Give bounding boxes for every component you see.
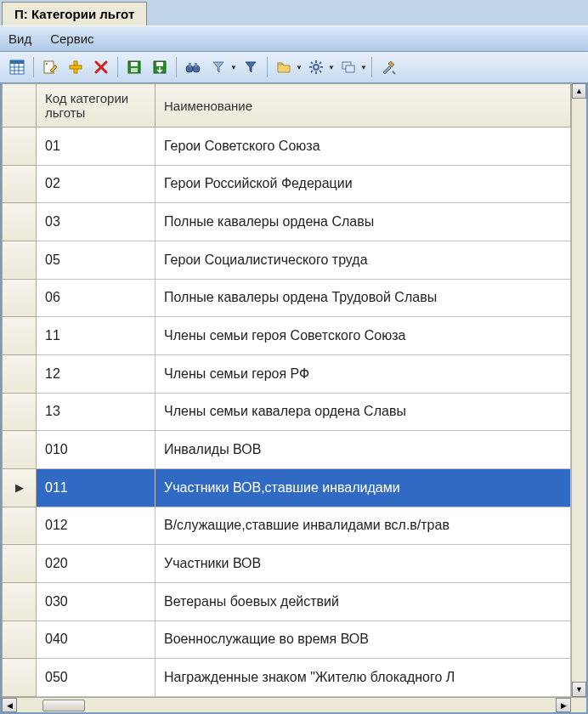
column-header-code[interactable]: Код категории льготы [37,84,155,128]
cell-name[interactable]: Награжденные знаком "Жителю блокадного Л [155,659,571,697]
table-row[interactable]: 012В/служащие,ставшие инвалидами всл.в/т… [3,507,571,545]
row-indicator[interactable] [3,545,37,583]
scroll-track[interactable] [572,99,586,682]
cell-code[interactable]: 011 [37,468,155,507]
scroll-thumb[interactable] [42,700,85,711]
toolbar-delete-button[interactable] [89,55,113,79]
cell-name[interactable]: Члены семьи героя РФ [155,354,571,393]
row-indicator[interactable] [3,317,37,355]
cell-code[interactable]: 012 [37,507,155,545]
row-indicator[interactable] [3,431,37,469]
row-indicator[interactable] [3,354,37,393]
row-indicator[interactable] [3,393,37,431]
svg-rect-30 [346,65,354,72]
toolbar-add-button[interactable] [64,55,88,79]
cell-name[interactable]: Инвалиды ВОВ [155,431,571,469]
svg-rect-11 [131,62,138,66]
data-grid[interactable]: Код категории льготы Наименование 01Геро… [2,83,571,697]
cell-name[interactable]: Члены семьи героя Советского Союза [155,317,571,355]
column-header-name[interactable]: Наименование [155,84,571,128]
row-indicator[interactable]: ▶ [3,468,37,507]
row-indicator[interactable] [3,241,37,279]
save-icon [127,60,142,75]
window-tab[interactable]: П: Категории льгот [2,2,147,26]
cell-name[interactable]: Полные кавалеры ордена Славы [155,203,571,241]
scroll-down-button[interactable]: ▼ [572,682,586,697]
cell-name[interactable]: Герои Советского Союза [155,128,571,166]
table-row[interactable]: 02Герои Российской Федерации [3,165,571,203]
toolbar-windows-button[interactable] [336,55,360,79]
toolbar-filter-clear-button[interactable] [206,55,230,79]
table-row[interactable]: ▶011Участники ВОВ,ставшие инвалидами [3,468,571,507]
cell-code[interactable]: 13 [37,393,155,431]
toolbar-save-button[interactable] [122,55,146,79]
cell-code[interactable]: 03 [37,203,155,241]
cell-name[interactable]: Военнослужащие во время ВОВ [155,620,571,659]
horizontal-scrollbar[interactable]: ◀ ▶ [2,697,586,712]
cell-name[interactable]: Ветераны боевых действий [155,582,571,620]
cell-name[interactable]: Участники ВОВ [155,545,571,583]
table-row[interactable]: 03Полные кавалеры ордена Славы [3,203,571,241]
table-row[interactable]: 06Полные кавалеры ордена Трудовой Славы [3,279,571,317]
toolbar-folder-button[interactable] [272,55,296,79]
cell-code[interactable]: 010 [37,431,155,469]
table-row[interactable]: 11Члены семьи героя Советского Союза [3,317,571,355]
row-indicator[interactable] [3,128,37,166]
toolbar-settings-button[interactable] [304,55,328,79]
table-row[interactable]: 12Члены семьи героя РФ [3,354,571,393]
row-indicator[interactable] [3,279,37,317]
menu-view[interactable]: Вид [8,31,31,46]
cell-code[interactable]: 11 [37,317,155,355]
menu-service[interactable]: Сервис [50,31,93,46]
cell-name[interactable]: Герои Социалистического труда [155,241,571,279]
dropdown-arrow-icon[interactable]: ▼ [230,55,237,79]
svg-rect-14 [156,62,163,66]
toolbar-find-button[interactable] [181,55,205,79]
cell-name[interactable]: Герои Российской Федерации [155,165,571,203]
scroll-left-button[interactable]: ◀ [2,698,17,712]
row-indicator[interactable] [3,582,37,620]
cell-code[interactable]: 050 [37,659,155,697]
table-row[interactable]: 05Герои Социалистического труда [3,241,571,279]
toolbar-filter-button[interactable] [239,55,263,79]
scroll-track[interactable] [17,698,556,712]
table-row[interactable]: 020Участники ВОВ [3,545,571,583]
cell-name[interactable]: Участники ВОВ,ставшие инвалидами [155,468,571,507]
svg-rect-17 [189,63,191,67]
cell-code[interactable]: 12 [37,354,155,393]
cell-code[interactable]: 040 [37,620,155,659]
toolbar-saveas-button[interactable] [148,55,172,79]
dropdown-arrow-icon[interactable]: ▼ [360,55,367,79]
row-indicator[interactable] [3,165,37,203]
cell-code[interactable]: 02 [37,165,155,203]
cell-code[interactable]: 06 [37,279,155,317]
table-icon [9,60,25,75]
toolbar-edit-button[interactable] [38,55,62,79]
cell-code[interactable]: 05 [37,241,155,279]
row-indicator[interactable] [3,507,37,545]
table-row[interactable]: 030Ветераны боевых действий [3,582,571,620]
row-indicator[interactable] [3,620,37,659]
table-row[interactable]: 010Инвалиды ВОВ [3,431,571,469]
toolbar-tools-button[interactable] [376,55,400,79]
dropdown-arrow-icon[interactable]: ▼ [328,55,335,79]
row-indicator[interactable] [3,203,37,241]
dropdown-arrow-icon[interactable]: ▼ [296,55,302,79]
table-row[interactable]: 040Военнослужащие во время ВОВ [3,620,571,659]
table-row[interactable]: 13Члены семьи кавалера ордена Славы [3,393,571,431]
table-row[interactable]: 01Герои Советского Союза [3,128,571,166]
table-row[interactable]: 050Награжденные знаком "Жителю блокадног… [3,659,571,697]
cell-code[interactable]: 01 [37,128,155,166]
binoculars-icon [185,60,201,75]
cell-code[interactable]: 020 [37,545,155,583]
cell-code[interactable]: 030 [37,582,155,620]
cell-name[interactable]: В/служащие,ставшие инвалидами всл.в/трав [155,507,571,545]
row-indicator[interactable] [3,659,37,697]
scroll-right-button[interactable]: ▶ [556,698,571,712]
toolbar-refresh-button[interactable] [5,55,29,79]
cell-name[interactable]: Полные кавалеры ордена Трудовой Славы [155,279,571,317]
vertical-scrollbar[interactable]: ▲ ▼ [571,83,586,697]
cascaded-windows-icon [341,60,356,74]
cell-name[interactable]: Члены семьи кавалера ордена Славы [155,393,571,431]
scroll-up-button[interactable]: ▲ [572,83,586,99]
